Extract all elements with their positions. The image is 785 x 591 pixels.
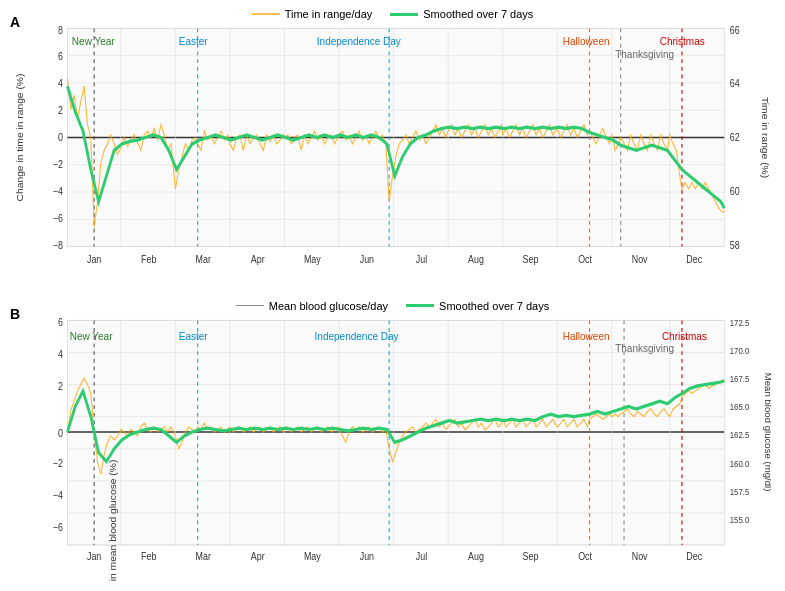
chart-svg-b: New Year Easter Independence Day Hallowe…: [14, 314, 771, 584]
svg-text:Oct: Oct: [578, 550, 592, 562]
svg-text:Change in time in range (%): Change in time in range (%): [15, 74, 25, 202]
legend-item-orange-a: Time in range/day: [252, 8, 373, 20]
svg-text:Dec: Dec: [686, 254, 702, 266]
svg-text:8: 8: [58, 24, 63, 36]
svg-text:Mean blood glucose (mg/dl): Mean blood glucose (mg/dl): [764, 372, 771, 491]
svg-text:Thanksgiving: Thanksgiving: [615, 47, 674, 60]
svg-text:Jul: Jul: [416, 550, 427, 562]
svg-text:Sep: Sep: [523, 254, 539, 266]
legend-item-green-a: Smoothed over 7 days: [390, 8, 533, 20]
svg-text:New Year: New Year: [70, 328, 113, 341]
main-container: Time in range/day Smoothed over 7 days: [0, 0, 785, 591]
svg-text:Time in range (%): Time in range (%): [760, 97, 770, 178]
svg-text:6: 6: [58, 315, 63, 327]
legend-item-gray-b: Mean blood glucose/day: [236, 300, 388, 312]
svg-text:165.0: 165.0: [730, 401, 750, 412]
svg-text:58: 58: [730, 240, 740, 252]
legend-label-orange-a: Time in range/day: [285, 8, 373, 20]
panel-b-label: B: [10, 306, 20, 322]
svg-text:Mar: Mar: [196, 254, 212, 266]
legend-label-green-a: Smoothed over 7 days: [423, 8, 533, 20]
svg-text:Christmas: Christmas: [660, 34, 706, 47]
svg-text:Jan: Jan: [87, 254, 101, 266]
svg-text:160.0: 160.0: [730, 458, 750, 469]
svg-text:Halloween: Halloween: [563, 328, 610, 341]
svg-text:Jun: Jun: [360, 254, 374, 266]
legend-label-green-b: Smoothed over 7 days: [439, 300, 549, 312]
legend-b: Mean blood glucose/day Smoothed over 7 d…: [4, 300, 781, 312]
svg-text:Nov: Nov: [632, 550, 648, 562]
svg-text:6: 6: [58, 51, 63, 63]
svg-text:170.0: 170.0: [730, 345, 750, 356]
svg-text:Independence Day: Independence Day: [315, 328, 400, 341]
svg-text:0: 0: [58, 427, 63, 439]
legend-a: Time in range/day Smoothed over 7 days: [4, 8, 781, 20]
svg-text:−4: −4: [53, 186, 64, 198]
svg-text:66: 66: [730, 24, 740, 36]
svg-text:62: 62: [730, 132, 740, 144]
svg-text:Jul: Jul: [416, 254, 427, 266]
svg-text:172.5: 172.5: [730, 317, 750, 328]
svg-text:2: 2: [58, 105, 63, 117]
svg-text:60: 60: [730, 186, 740, 198]
svg-text:Apr: Apr: [251, 254, 266, 266]
svg-text:0: 0: [58, 132, 63, 144]
svg-text:−2: −2: [53, 159, 63, 171]
svg-text:Apr: Apr: [251, 550, 266, 562]
svg-text:Mar: Mar: [196, 550, 212, 562]
legend-line-gray-b: [236, 305, 264, 307]
svg-text:−6: −6: [53, 521, 63, 533]
chart-area-a: New Year Easter Independence Day Hallowe…: [14, 22, 771, 292]
panel-a: Time in range/day Smoothed over 7 days: [4, 8, 781, 292]
svg-text:Dec: Dec: [686, 550, 702, 562]
svg-text:157.5: 157.5: [730, 486, 750, 497]
panel-b: Mean blood glucose/day Smoothed over 7 d…: [4, 300, 781, 584]
legend-line-green-a: [390, 13, 418, 16]
svg-text:Nov: Nov: [632, 254, 648, 266]
svg-text:Halloween: Halloween: [563, 34, 610, 47]
svg-text:Feb: Feb: [141, 550, 156, 562]
svg-text:Jun: Jun: [360, 550, 374, 562]
svg-text:−2: −2: [53, 457, 63, 469]
svg-text:−6: −6: [53, 213, 63, 225]
panel-a-label: A: [10, 14, 20, 30]
svg-text:Feb: Feb: [141, 254, 156, 266]
svg-text:−8: −8: [53, 240, 63, 252]
legend-line-orange-a: [252, 13, 280, 15]
svg-text:−4: −4: [53, 489, 64, 501]
svg-text:Independence Day: Independence Day: [317, 34, 402, 47]
svg-text:Change in mean blood glucose (: Change in mean blood glucose (%): [108, 459, 118, 583]
svg-text:May: May: [304, 254, 321, 266]
svg-text:Oct: Oct: [578, 254, 592, 266]
svg-text:155.0: 155.0: [730, 514, 750, 525]
svg-text:2: 2: [58, 380, 63, 392]
svg-text:64: 64: [730, 78, 741, 90]
svg-text:Sep: Sep: [523, 550, 539, 562]
svg-text:Christmas: Christmas: [662, 328, 708, 341]
svg-text:4: 4: [58, 78, 64, 90]
legend-item-green-b: Smoothed over 7 days: [406, 300, 549, 312]
svg-text:Jan: Jan: [87, 550, 101, 562]
chart-svg-a: New Year Easter Independence Day Hallowe…: [14, 22, 771, 292]
legend-line-green-b: [406, 304, 434, 307]
svg-text:Easter: Easter: [179, 328, 208, 341]
legend-label-gray-b: Mean blood glucose/day: [269, 300, 388, 312]
svg-text:New Year: New Year: [72, 34, 115, 47]
svg-text:Aug: Aug: [468, 254, 484, 266]
svg-text:May: May: [304, 550, 321, 562]
svg-text:Easter: Easter: [179, 34, 208, 47]
svg-text:162.5: 162.5: [730, 429, 750, 440]
svg-text:Aug: Aug: [468, 550, 484, 562]
chart-area-b: New Year Easter Independence Day Hallowe…: [14, 314, 771, 584]
svg-text:4: 4: [58, 348, 64, 360]
svg-text:Thanksgiving: Thanksgiving: [615, 341, 674, 354]
svg-text:167.5: 167.5: [730, 373, 750, 384]
